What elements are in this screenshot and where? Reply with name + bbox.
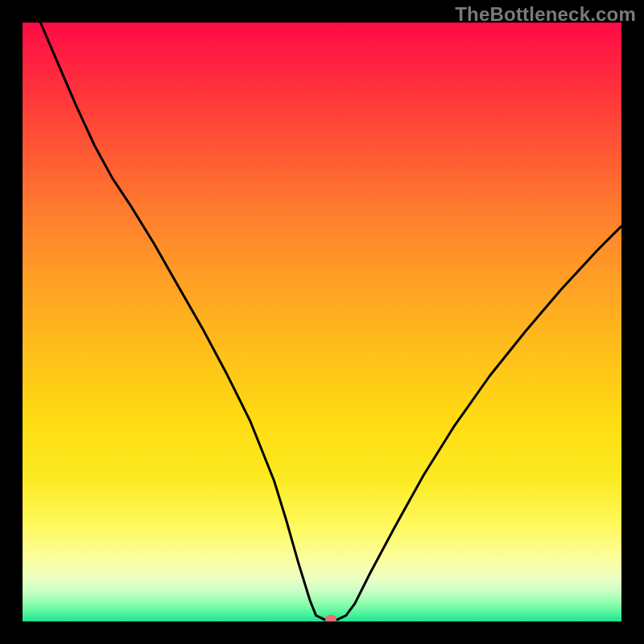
chart-frame: TheBottleneck.com — [0, 0, 644, 644]
plot-area — [23, 23, 621, 621]
bottleneck-curve — [23, 23, 621, 621]
watermark-text: TheBottleneck.com — [455, 3, 636, 26]
minimum-marker — [325, 615, 336, 621]
